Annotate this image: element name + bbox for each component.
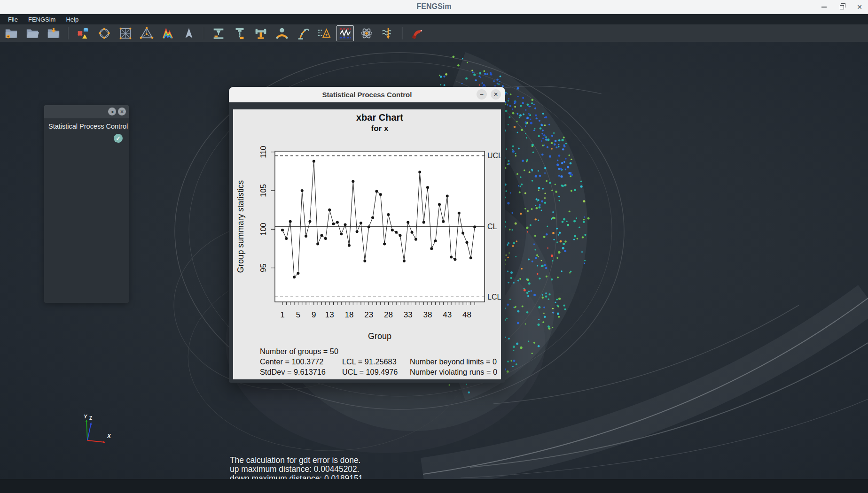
toolbar-separator xyxy=(203,27,204,39)
log-line: The calculation for gdt error is done. xyxy=(230,455,365,464)
svg-text:110: 110 xyxy=(259,146,267,158)
close-icon: ✕ xyxy=(493,91,498,98)
task-done-badge: ✓ xyxy=(114,134,123,143)
fixture-icon xyxy=(254,26,268,40)
svg-text:UCL: UCL xyxy=(487,152,501,160)
result-spectrum-button[interactable] xyxy=(159,25,176,41)
menu-bar: File FENGSim Help xyxy=(0,14,868,24)
weld-torch-button[interactable] xyxy=(408,25,426,41)
svg-text:xbar Chart: xbar Chart xyxy=(356,112,403,123)
back-icon: ◄ xyxy=(110,109,114,114)
task-panel-header: ◄ ✕ xyxy=(44,105,129,118)
robot-arm-icon xyxy=(296,26,310,40)
svg-text:18: 18 xyxy=(344,310,353,319)
gdt-measure-icon xyxy=(317,26,331,40)
spc-chart-button[interactable] xyxy=(336,25,354,41)
cnc-drill-button[interactable] xyxy=(231,25,248,41)
svg-text:33: 33 xyxy=(404,310,413,319)
axis-x-label: X xyxy=(107,433,111,439)
spc-dialog: Statistical Process Control – ✕ 95100105… xyxy=(229,87,505,383)
printer-3d-icon xyxy=(211,26,226,40)
xbar-chart-svg: 951001051101591318232833384348UCLCLLCLxb… xyxy=(233,109,501,379)
svg-text:95: 95 xyxy=(259,263,267,272)
svg-text:for x: for x xyxy=(371,124,389,133)
mesh-grid-button[interactable] xyxy=(117,25,134,41)
stat-violating-runs: Number violating runs = 0 xyxy=(410,368,497,377)
physics-atom-icon xyxy=(360,26,374,40)
robot-arm-button[interactable] xyxy=(294,25,312,41)
stat-ucl: UCL = 109.4976 xyxy=(342,368,398,377)
spc-dialog-titlebar[interactable]: Statistical Process Control – ✕ xyxy=(229,87,505,102)
window-title: FENGSim xyxy=(0,2,868,11)
close-button[interactable]: ✕ xyxy=(856,3,863,11)
stat-beyond-limits: Number beyond limits = 0 xyxy=(410,357,497,366)
close-icon: ✕ xyxy=(857,4,862,10)
restore-button[interactable] xyxy=(838,3,845,11)
tetra-mesh-button[interactable] xyxy=(138,25,155,41)
svg-text:9: 9 xyxy=(312,310,316,319)
orientation-axes-gizmo: Y Z X xyxy=(79,413,121,448)
pick-arrow-icon xyxy=(182,26,196,40)
axis-z-label: Z xyxy=(89,416,92,421)
physics-atom-button[interactable] xyxy=(358,25,375,41)
folder-import-icon xyxy=(47,26,61,40)
restore-icon xyxy=(840,5,844,9)
dialog-close-button[interactable]: ✕ xyxy=(491,89,501,100)
dialog-minimize-button[interactable]: – xyxy=(477,89,487,100)
chart-stats: Number of groups = 50 Center = 100.3772 … xyxy=(260,347,338,378)
folder-import-button[interactable] xyxy=(45,25,62,41)
cnc-drill-icon xyxy=(233,26,247,40)
check-icon: ✓ xyxy=(116,135,120,142)
window-titlebar[interactable]: FENGSim ✕ xyxy=(0,0,868,14)
svg-text:43: 43 xyxy=(443,310,452,319)
probe-signal-button[interactable] xyxy=(379,25,396,41)
result-spectrum-icon xyxy=(161,26,175,40)
gdt-measure-button[interactable] xyxy=(315,25,333,41)
menu-help[interactable]: Help xyxy=(62,15,83,24)
stat-center: Center = 100.3772 xyxy=(260,357,323,366)
spc-dialog-title: Statistical Process Control xyxy=(229,91,505,99)
pick-arrow-button[interactable] xyxy=(180,25,197,41)
weld-torch-icon xyxy=(410,26,424,40)
svg-text:13: 13 xyxy=(325,310,334,319)
panel-back-button[interactable]: ◄ xyxy=(108,108,116,116)
svg-text:LCL: LCL xyxy=(487,293,501,301)
task-item-spc[interactable]: Statistical Process Control xyxy=(48,123,128,130)
task-panel: ◄ ✕ Statistical Process Control ✓ xyxy=(44,105,129,303)
svg-text:48: 48 xyxy=(462,310,471,319)
menu-file[interactable]: File xyxy=(4,15,22,24)
fixture-button[interactable] xyxy=(252,25,269,41)
stat-stddev: StdDev = 9.613716 xyxy=(260,368,326,376)
folder-open-button[interactable] xyxy=(23,25,41,41)
mesh-nodes-button[interactable] xyxy=(95,25,113,41)
toolbar xyxy=(0,24,868,42)
svg-text:5: 5 xyxy=(296,310,300,319)
toolbar-separator xyxy=(68,27,69,39)
mesh-nodes-icon xyxy=(97,26,111,40)
printer-3d-button[interactable] xyxy=(210,25,227,41)
svg-text:Group summary statistics: Group summary statistics xyxy=(236,180,245,273)
cad-primitives-button[interactable] xyxy=(74,25,92,41)
folder-open-icon xyxy=(25,26,39,40)
svg-text:23: 23 xyxy=(364,310,373,319)
mesh-grid-icon xyxy=(118,26,133,40)
minimize-icon xyxy=(821,7,827,8)
svg-text:100: 100 xyxy=(259,223,267,236)
panel-close-button[interactable]: ✕ xyxy=(118,108,126,116)
folder-new-button[interactable] xyxy=(2,25,20,41)
svg-text:38: 38 xyxy=(423,310,432,319)
minimize-button[interactable] xyxy=(820,3,828,11)
tetra-mesh-icon xyxy=(140,26,154,40)
svg-text:CL: CL xyxy=(487,223,497,231)
probe-signal-icon xyxy=(381,26,395,40)
operator-button[interactable] xyxy=(273,25,290,41)
svg-text:28: 28 xyxy=(384,310,393,319)
minimize-icon: – xyxy=(480,91,484,98)
close-icon: ✕ xyxy=(120,109,124,114)
axis-y-label: Y xyxy=(84,414,88,419)
operator-icon xyxy=(275,26,289,40)
folder-new-icon xyxy=(4,26,18,40)
svg-text:Group: Group xyxy=(368,331,391,341)
menu-fengsim[interactable]: FENGSim xyxy=(24,15,60,24)
spc-chart-icon xyxy=(338,26,352,40)
